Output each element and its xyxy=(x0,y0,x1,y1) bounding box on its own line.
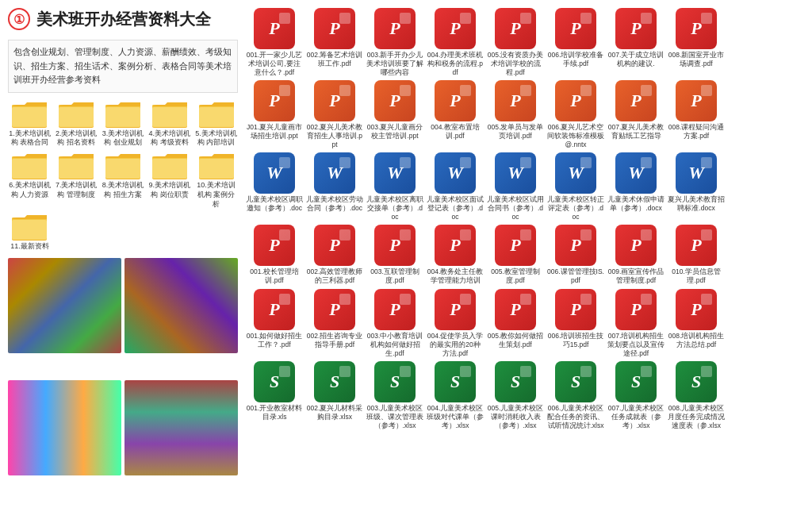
file-item-1-3[interactable]: P 004.教室布置培训.pdf xyxy=(427,80,484,140)
file-item-5-6[interactable]: S 007.儿童美术校区任务成就表（参考）.xlsx xyxy=(607,361,665,430)
file-item-0-6[interactable]: P 007.关于成立培训机构的建议. xyxy=(607,8,665,68)
file-item-2-3[interactable]: W 儿童美术校区面试登记表（参考）.doc xyxy=(427,152,484,221)
file-item-4-5[interactable]: P 006.培训班招生技巧15.pdf xyxy=(547,289,604,349)
file-type-letter: P xyxy=(510,18,520,39)
file-item-4-7[interactable]: P 008.培训机构招生方法总结.pdf xyxy=(668,289,725,349)
file-item-1-2[interactable]: P 003.夏兴儿童画分校主管培训.ppt xyxy=(366,80,423,140)
file-item-2-1[interactable]: W 儿童美术校区劳动合同（参考）.doc xyxy=(306,152,363,213)
file-type-letter: P xyxy=(570,299,580,320)
file-icon-pdf: P xyxy=(435,8,476,49)
file-item-5-0[interactable]: S 001.开业教室材料目录.xls xyxy=(246,361,303,421)
file-icon-ppt: P xyxy=(374,80,416,121)
file-item-4-6[interactable]: P 007.培训机构招生策划要点以及宣传途径.pdf xyxy=(607,289,665,358)
file-item-0-3[interactable]: P 004.办理美术班机构和税务的流程.pdf xyxy=(427,8,484,77)
file-item-2-7[interactable]: W 夏兴儿美术教育招聘标准.docx xyxy=(668,152,725,213)
file-icon-pdf: P xyxy=(374,289,416,330)
svg-rect-8 xyxy=(105,107,140,127)
file-item-4-1[interactable]: P 002.招生咨询专业指导手册.pdf xyxy=(306,289,363,349)
file-item-1-5[interactable]: P 006.夏兴儿艺术空间软装饰标准模板@.nntx xyxy=(547,80,604,149)
page-title: 美术班开办经营资料大全 xyxy=(36,9,211,30)
file-item-2-6[interactable]: W 儿童美术休假申请单（参考）.docx xyxy=(607,152,665,213)
file-item-5-5[interactable]: S 006.儿童美术校区配合任务的资讯、试听情况统计.xlsx xyxy=(547,361,604,430)
file-item-3-6[interactable]: P 009.画室宣传作品管理制度.pdf xyxy=(607,225,665,285)
folder-label: 1.美术培训机构 表格合同 xyxy=(8,129,52,148)
folder-item-6[interactable]: 7.美术培训机构 管理制度 xyxy=(55,151,98,209)
file-item-1-6[interactable]: P 007.夏兴儿美术教育贴纸工艺指导 xyxy=(607,80,665,140)
file-item-3-5[interactable]: P 006.课管管理技IS.pdf xyxy=(547,225,604,285)
file-type-letter: S xyxy=(691,371,701,392)
file-item-4-3[interactable]: P 004.促使学员入学的最实用的20种方法.pdf xyxy=(427,289,484,358)
file-item-3-4[interactable]: P 005.教室管理制度.pdf xyxy=(487,225,544,285)
file-item-0-4[interactable]: P 005.没有资质办美术培训学校的流程.pdf xyxy=(487,8,544,77)
file-type-letter: W xyxy=(447,163,463,183)
file-icon-pdf: P xyxy=(374,225,416,266)
folder-item-9[interactable]: 10.美术培训机构 案例分析 xyxy=(194,151,238,209)
file-label: 004.办理美术班机构和税务的流程.pdf xyxy=(427,51,484,77)
file-item-0-0[interactable]: P 001.开一家少儿艺术培训公司,要注意什么？.pdf xyxy=(246,8,303,77)
file-type-letter: P xyxy=(570,90,580,111)
folder-item-3[interactable]: 4.美术培训机构 考级资料 xyxy=(147,99,191,148)
svg-rect-11 xyxy=(152,107,187,127)
file-item-5-7[interactable]: S 008.儿童美术校区月度任务完成情况速度表（参.xlsx xyxy=(668,361,725,430)
file-icon-word: W xyxy=(495,152,536,194)
file-row-1: P J01.夏兴儿童画市场招生培训.ppt P 002.夏兴儿美术教育招生人事培… xyxy=(246,80,804,149)
file-type-letter: P xyxy=(389,235,400,256)
file-item-2-2[interactable]: W 儿童美术校区离职交接单（参考）.doc xyxy=(366,152,423,221)
file-label: 001.开一家少儿艺术培训公司,要注意什么？.pdf xyxy=(246,51,303,77)
file-item-4-2[interactable]: P 003.中小教育培训机构如何做好招生.pdf xyxy=(366,289,423,358)
file-item-3-1[interactable]: P 002.高效管理教师的三利器.pdf xyxy=(306,225,363,285)
folder-item-10[interactable]: 11.最新资料 xyxy=(8,212,52,252)
file-item-2-0[interactable]: W 儿童美术校区调职邀知（参考）.doc xyxy=(246,152,303,213)
file-item-5-4[interactable]: S 005.儿童美术校区课时消耗收入表（参考）.xlsx xyxy=(487,361,544,430)
folder-item-5[interactable]: 6.美术培训机构 人力资源 xyxy=(8,151,52,209)
file-item-3-7[interactable]: P 010.学员信息管理.pdf xyxy=(668,225,725,285)
file-item-5-1[interactable]: S 002.夏兴儿材料采购目录.xlsx xyxy=(306,361,363,421)
file-icon-xls: S xyxy=(374,361,416,402)
file-item-3-0[interactable]: P 001.校长管理培训.pdf xyxy=(246,225,303,285)
folder-item-1[interactable]: 2.美术培训机构 招名资料 xyxy=(55,99,98,148)
header: ① 美术班开办经营资料大全 xyxy=(8,8,238,30)
file-item-1-4[interactable]: P 005.发单员与发单页培训.pdf xyxy=(487,80,544,140)
file-type-letter: P xyxy=(630,299,641,320)
file-label: 儿童美术校区离职交接单（参考）.doc xyxy=(366,195,423,221)
folder-label: 9.美术培训机构 岗位职责 xyxy=(147,181,191,199)
file-item-4-4[interactable]: P 005.教你如何做招生策划.pdf xyxy=(487,289,544,349)
file-type-letter: P xyxy=(450,299,460,320)
folder-label: 10.美术培训机构 案例分析 xyxy=(194,181,238,209)
file-label: 001.开业教室材料目录.xls xyxy=(246,404,303,421)
svg-rect-17 xyxy=(12,159,47,179)
file-item-0-2[interactable]: P 003.新手开办少儿美术培训班要了解哪些内容 xyxy=(366,8,423,77)
folder-item-8[interactable]: 9.美术培训机构 岗位职责 xyxy=(147,151,191,209)
folder-item-0[interactable]: 1.美术培训机构 表格合同 xyxy=(8,99,52,148)
file-label: 006.课管管理技IS.pdf xyxy=(547,267,604,285)
file-item-0-7[interactable]: P 008.新国室开业市场调查.pdf xyxy=(668,8,725,68)
file-item-0-1[interactable]: P 002.筹备艺术培训班工作.pdf xyxy=(306,8,363,68)
folder-item-2[interactable]: 3.美术培训机构 创业规划 xyxy=(102,99,145,148)
folder-item-7[interactable]: 8.美术培训机构 招生方案 xyxy=(102,151,145,209)
file-item-3-3[interactable]: P 004.教务处主任教学管理能力培训 xyxy=(427,225,484,285)
file-label: 004.教室布置培训.pdf xyxy=(427,123,484,140)
file-label: 007.关于成立培训机构的建议. xyxy=(607,51,665,68)
file-item-1-0[interactable]: P J01.夏兴儿童画市场招生培训.ppt xyxy=(246,80,303,140)
file-item-1-7[interactable]: P 008.课程疑问沟通方案.pdf xyxy=(668,80,725,140)
file-item-1-1[interactable]: P 002.夏兴儿美术教育招生人事培训.ppt xyxy=(306,80,363,149)
file-item-5-3[interactable]: S 004.儿童美术校区班级对代课单（参考）.xlsx xyxy=(427,361,484,430)
folder-label: 6.美术培训机构 人力资源 xyxy=(8,181,52,199)
svg-rect-14 xyxy=(199,107,234,127)
folder-item-4[interactable]: 5.美术培训机构 内部培训 xyxy=(194,99,238,148)
file-label: 003.夏兴儿童画分校主管培训.ppt xyxy=(366,123,423,140)
file-label: 夏兴儿美术教育招聘标准.docx xyxy=(668,195,725,213)
file-icon-xls: S xyxy=(555,361,596,402)
file-item-2-4[interactable]: W 儿童美术校区试用合同书（参考）.doc xyxy=(487,152,544,221)
folder-label: 2.美术培训机构 招名资料 xyxy=(55,129,98,148)
file-item-0-5[interactable]: P 006.培训学校准备手续.pdf xyxy=(547,8,604,68)
file-item-2-5[interactable]: W 儿童美术校区转正评定表（参考）.doc xyxy=(547,152,604,221)
file-item-5-2[interactable]: S 003.儿童美术校区班级、课次管理表（参考）.xlsx xyxy=(366,361,423,430)
file-label: 001.如何做好招生工作？.pdf xyxy=(246,332,303,349)
file-item-4-0[interactable]: P 001.如何做好招生工作？.pdf xyxy=(246,289,303,349)
file-label: 004.促使学员入学的最实用的20种方法.pdf xyxy=(427,332,484,358)
file-label: 007.培训机构招生策划要点以及宣传途径.pdf xyxy=(607,332,665,358)
file-item-3-2[interactable]: P 003.互联管理制度.pdf xyxy=(366,225,423,285)
file-icon-ppt: P xyxy=(314,80,355,121)
file-type-letter: P xyxy=(450,235,460,256)
